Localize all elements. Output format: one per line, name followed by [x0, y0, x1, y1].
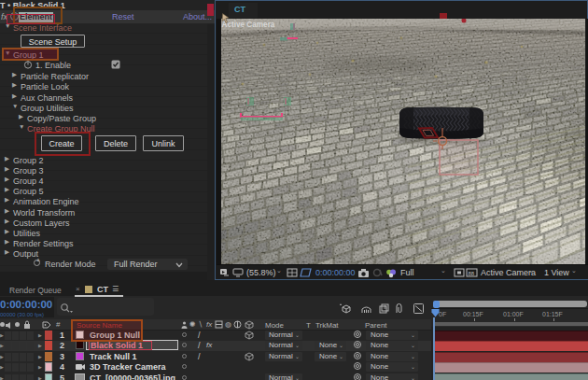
svg-text:88: 88	[469, 271, 475, 276]
svg-text:Active Camera: Active Camera	[222, 21, 275, 29]
